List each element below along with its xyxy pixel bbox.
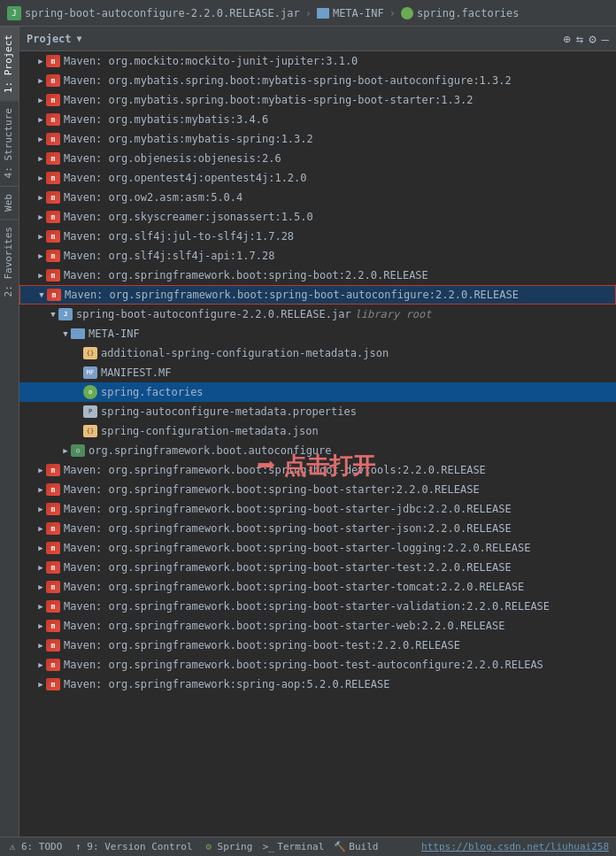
item-label: org.springframework.boot.autoconfigure <box>89 444 332 457</box>
list-item[interactable]: ▶ m Maven: org.skyscreamer:jsonassert:1.… <box>19 207 616 227</box>
url-text: https://blog.csdn.net/liuhuai258 <box>421 841 609 852</box>
item-label: spring-autoconfigure-metadata.properties <box>101 405 357 418</box>
list-item[interactable]: ▶ m Maven: org.mybatis:mybatis-spring:1.… <box>19 129 616 149</box>
collapse-arrow: ▶ <box>35 153 46 164</box>
spring-autoconfigure-props-item[interactable]: ▶ P spring-autoconfigure-metadata.proper… <box>19 402 616 421</box>
collapse-arrow: ▶ <box>35 231 46 242</box>
list-item[interactable]: ▶ m Maven: org.opentest4j:opentest4j:1.2… <box>19 168 616 188</box>
list-item[interactable]: ▶ m Maven: org.springframework.boot:spri… <box>19 636 616 655</box>
list-item[interactable]: ▶ m Maven: org.objenesis:objenesis:2.6 <box>19 149 616 168</box>
org-pkg-item[interactable]: ▶ ○ org.springframework.boot.autoconfigu… <box>19 441 616 460</box>
spring-config-json-item[interactable]: ▶ {} spring-configuration-metadata.json <box>19 421 616 441</box>
spring-label: Spring <box>218 841 253 852</box>
spring-factories-item[interactable]: ▶ ⚙ spring.factories <box>19 382 616 402</box>
list-item[interactable]: ▶ m Maven: org.slf4j:slf4j-api:1.7.28 <box>19 246 616 266</box>
props-icon: P <box>83 405 97 419</box>
terminal-tab[interactable]: >_ Terminal <box>263 841 324 852</box>
item-label: Maven: org.objenesis:objenesis:2.6 <box>64 152 281 165</box>
item-label: Maven: org.slf4j:jul-to-slf4j:1.7.28 <box>64 230 294 243</box>
file-tree[interactable]: ▶ m Maven: org.mockito:mockito-junit-jup… <box>19 51 616 837</box>
build-icon: 🔨 <box>335 842 345 852</box>
item-label: Maven: org.mybatis.spring.boot:mybatis-s… <box>64 94 473 106</box>
list-item[interactable]: ▶ m Maven: org.springframework.boot:spri… <box>19 460 616 480</box>
spring-factories-breadcrumb-icon <box>401 7 413 19</box>
panel-dropdown-arrow[interactable]: ▼ <box>77 34 82 43</box>
collapse-arrow: ▶ <box>35 484 46 495</box>
item-label: Maven: org.mybatis:mybatis:3.4.6 <box>64 113 268 126</box>
build-tab[interactable]: 🔨 Build <box>335 841 378 852</box>
maven-icon: m <box>47 288 61 302</box>
collapse-arrow: ▶ <box>35 504 46 514</box>
list-item[interactable]: ▶ m Maven: org.slf4j:jul-to-slf4j:1.7.28 <box>19 227 616 246</box>
maven-icon: m <box>46 73 60 88</box>
list-item[interactable]: ▶ m Maven: org.mybatis.spring.boot:mybat… <box>19 90 616 110</box>
collapse-arrow: ▼ <box>36 289 47 300</box>
item-label: Maven: org.mybatis:mybatis-spring:1.3.2 <box>64 133 313 145</box>
json-icon: {} <box>83 424 97 438</box>
panel-header-icons: ⊕ ⇆ ⚙ — <box>563 32 609 46</box>
manifest-item[interactable]: ▶ MF MANIFEST.MF <box>19 363 616 382</box>
maven-icon: m <box>46 463 60 477</box>
list-item[interactable]: ▶ m Maven: org.mockito:mockito-junit-jup… <box>19 51 616 71</box>
sidebar-item-favorites[interactable]: 2: Favorites <box>0 219 19 304</box>
spring-factories-breadcrumb: spring.factories <box>401 7 520 19</box>
collapse-arrow: ▼ <box>60 328 71 339</box>
item-label: Maven: org.springframework.boot:spring-b… <box>65 289 519 301</box>
sidebar-item-structure[interactable]: 4: Structure <box>0 100 19 185</box>
item-label: spring-configuration-metadata.json <box>101 425 319 437</box>
spring-tab[interactable]: ⚙ Spring <box>204 841 253 852</box>
list-item[interactable]: ▶ m Maven: org.springframework.boot:spri… <box>19 266 616 285</box>
todo-tab[interactable]: ⚠ 6: TODO <box>7 841 62 852</box>
list-item[interactable]: ▶ m Maven: org.springframework.boot:spri… <box>19 577 616 597</box>
item-label: Maven: org.springframework:spring-aop:5.… <box>64 678 389 690</box>
item-label: Maven: org.springframework.boot:spring-b… <box>64 600 550 613</box>
gear-icon[interactable]: ⚙ <box>589 32 596 46</box>
meta-inf-label: META-INF <box>333 7 384 19</box>
meta-inf-item[interactable]: ▼ META-INF <box>19 324 616 343</box>
spring-boot-autoconfigure-item[interactable]: ▼ m Maven: org.springframework.boot:spri… <box>19 285 616 305</box>
list-item[interactable]: ▶ m Maven: org.mybatis.spring.boot:mybat… <box>19 71 616 90</box>
item-label: Maven: org.mockito:mockito-junit-jupiter… <box>64 55 358 67</box>
maven-icon: m <box>46 658 60 672</box>
list-item[interactable]: ▶ m Maven: org.springframework.boot:spri… <box>19 558 616 577</box>
sync-icon[interactable]: ⇆ <box>576 32 583 46</box>
list-item[interactable]: ▶ m Maven: org.springframework:spring-ao… <box>19 675 616 694</box>
jar-icon: J <box>7 6 21 20</box>
maven-icon: m <box>46 190 60 204</box>
list-item[interactable]: ▶ m Maven: org.mybatis:mybatis:3.4.6 <box>19 110 616 129</box>
sidebar-item-project[interactable]: 1: Project <box>0 27 19 100</box>
list-item[interactable]: ▶ m Maven: org.ow2.asm:asm:5.0.4 <box>19 188 616 207</box>
item-label: Maven: org.springframework.boot:spring-b… <box>64 639 460 652</box>
status-bar: ⚠ 6: TODO ↑ 9: Version Control ⚙ Spring … <box>0 837 616 856</box>
collapse-arrow: ▶ <box>35 95 46 105</box>
list-item[interactable]: ▶ m Maven: org.springframework.boot:spri… <box>19 538 616 558</box>
collapse-arrow: ▶ <box>35 621 46 631</box>
sidebar-item-web[interactable]: Web <box>0 186 19 219</box>
collapse-arrow: ▶ <box>35 134 46 144</box>
jar-filename: spring-boot-autoconfigure-2.2.0.RELEASE.… <box>25 7 300 19</box>
list-item[interactable]: ▶ m Maven: org.springframework.boot:spri… <box>19 480 616 499</box>
maven-icon: m <box>46 482 60 497</box>
project-panel: Project ▼ ⊕ ⇆ ⚙ — ▶ m Maven: org.mockito… <box>19 27 616 837</box>
list-item[interactable]: ▶ m Maven: org.springframework.boot:spri… <box>19 499 616 519</box>
list-item[interactable]: ▶ m Maven: org.springframework.boot:spri… <box>19 655 616 675</box>
list-item[interactable]: ▶ m Maven: org.springframework.boot:spri… <box>19 616 616 636</box>
json-icon: {} <box>83 346 97 360</box>
pkg-icon: ○ <box>71 443 85 458</box>
item-label: MANIFEST.MF <box>101 366 171 379</box>
maven-icon: m <box>46 229 60 243</box>
additional-json-item[interactable]: ▶ {} additional-spring-configuration-met… <box>19 343 616 363</box>
status-url[interactable]: https://blog.csdn.net/liuhuai258 <box>421 841 609 852</box>
version-control-tab[interactable]: ↑ 9: Version Control <box>73 841 192 852</box>
maven-icon: m <box>46 521 60 536</box>
list-item[interactable]: ▶ m Maven: org.springframework.boot:spri… <box>19 597 616 616</box>
item-label: Maven: org.opentest4j:opentest4j:1.2.0 <box>64 172 307 184</box>
collapse-arrow: ▶ <box>35 212 46 222</box>
vc-icon: ↑ <box>73 842 83 852</box>
globe-icon[interactable]: ⊕ <box>563 32 570 46</box>
maven-icon: m <box>46 210 60 224</box>
minimize-icon[interactable]: — <box>602 32 609 46</box>
jar-root-item[interactable]: ▼ J spring-boot-autoconfigure-2.2.0.RELE… <box>19 305 616 324</box>
list-item[interactable]: ▶ m Maven: org.springframework.boot:spri… <box>19 519 616 538</box>
collapse-arrow: ▶ <box>35 75 46 86</box>
